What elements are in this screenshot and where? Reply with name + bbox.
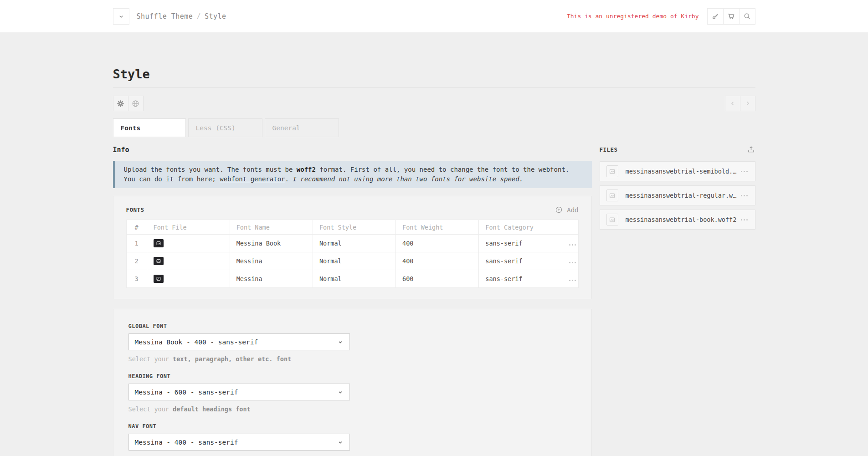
heading-font-field: HEADING FONT Messina - 600 - sans-serif … <box>128 373 350 413</box>
info-text-bold: woff2 <box>297 166 316 173</box>
chevron-left-icon <box>729 100 736 107</box>
row-number: 2 <box>126 252 147 270</box>
fonts-table: # Font File Font Name Font Style Font We… <box>126 220 579 288</box>
font-file-thumbnail[interactable] <box>154 239 164 247</box>
info-text: Upload the fonts you want. The fonts mus… <box>124 166 297 173</box>
nav-font-label: NAV FONT <box>128 423 350 430</box>
file-options-icon[interactable] <box>740 171 749 172</box>
prev-page-button[interactable] <box>725 96 740 111</box>
demo-notice[interactable]: This is an unregistered demo of Kirby <box>567 13 699 20</box>
search-button[interactable] <box>739 8 755 25</box>
file-image-icon <box>606 214 618 225</box>
chevron-down-icon <box>118 13 125 20</box>
file-item[interactable]: messinasanswebtrial-semibold.… <box>600 161 755 181</box>
breadcrumb-separator: / <box>196 12 201 20</box>
breadcrumb-menu-button[interactable] <box>113 8 129 25</box>
global-font-value: Messina Book - 400 - sans-serif <box>135 338 258 346</box>
nav-font-field: NAV FONT Messina - 400 - sans-serif Sele… <box>128 423 350 456</box>
tab-less-css[interactable]: Less (CSS) <box>188 118 262 137</box>
fonts-section: FONTS Add # Font File <box>113 196 592 299</box>
tab-bar: Fonts Less (CSS) General <box>113 118 755 137</box>
col-header-weight: Font Weight <box>396 220 479 235</box>
breadcrumb-parent-link[interactable]: Shuffle Theme <box>137 12 193 20</box>
col-header-name: Font Name <box>230 220 313 235</box>
next-page-button[interactable] <box>740 96 755 111</box>
table-row: 1 Messina Book Normal 400 sans-serif <box>126 235 578 252</box>
breadcrumb-current-link[interactable]: Style <box>205 12 226 20</box>
files-section-label: FILES <box>600 146 618 153</box>
heading-font-select[interactable]: Messina - 600 - sans-serif <box>128 384 350 400</box>
languages-button[interactable] <box>128 96 144 111</box>
font-style-cell: Normal <box>313 235 395 252</box>
row-options-icon[interactable] <box>569 244 577 246</box>
file-options-icon[interactable] <box>740 195 749 196</box>
chevron-right-icon <box>744 100 751 107</box>
add-font-button[interactable]: Add <box>551 206 578 214</box>
tab-fonts[interactable]: Fonts <box>113 118 186 137</box>
font-name-cell: Messina <box>230 270 313 288</box>
webfont-generator-link[interactable]: webfont generator <box>220 175 285 183</box>
global-font-select[interactable]: Messina Book - 400 - sans-serif <box>128 333 350 350</box>
license-key-button[interactable] <box>707 8 724 25</box>
circle-plus-icon <box>555 206 563 214</box>
heading-font-value: Messina - 600 - sans-serif <box>135 389 238 396</box>
tab-general[interactable]: General <box>265 118 339 137</box>
gear-icon <box>116 99 125 108</box>
font-category-cell: sans-serif <box>479 270 562 288</box>
file-item[interactable]: messinasanswebtrial-book.woff2 <box>600 210 755 230</box>
cart-icon <box>727 12 735 20</box>
page-toolbar <box>113 96 755 111</box>
settings-button[interactable] <box>113 96 128 111</box>
files-section: FILES messinasanswebtrial-semibold.… <box>600 144 755 234</box>
top-bar: Shuffle Theme/Style This is an unregiste… <box>0 0 868 32</box>
info-heading: Info <box>113 146 592 154</box>
globe-icon <box>131 99 140 108</box>
file-image-icon <box>606 190 618 201</box>
page-title: Style <box>113 67 755 81</box>
file-name: messinasanswebtrial-regular.w… <box>626 192 740 199</box>
add-font-label: Add <box>567 206 578 214</box>
global-font-label: GLOBAL FONT <box>128 323 350 329</box>
global-font-field: GLOBAL FONT Messina Book - 400 - sans-se… <box>128 323 350 363</box>
row-number: 1 <box>126 235 147 252</box>
file-name: messinasanswebtrial-semibold.… <box>626 168 740 175</box>
font-weight-cell: 400 <box>396 252 479 270</box>
global-font-help: Select your text, paragraph, other etc. … <box>128 355 350 363</box>
file-options-icon[interactable] <box>740 219 749 220</box>
nav-font-select[interactable]: Messina - 400 - sans-serif <box>128 434 350 451</box>
key-icon <box>711 12 719 20</box>
font-style-cell: Normal <box>313 252 395 270</box>
info-text-italic: I recommend not using more than two font… <box>293 175 523 183</box>
font-name-cell: Messina Book <box>230 235 313 252</box>
file-item[interactable]: messinasanswebtrial-regular.w… <box>600 185 755 205</box>
font-category-cell: sans-serif <box>479 235 562 252</box>
font-style-cell: Normal <box>313 270 395 288</box>
row-options-icon[interactable] <box>569 280 577 281</box>
font-file-thumbnail[interactable] <box>154 275 164 283</box>
table-row: 2 Messina Normal 400 sans-serif <box>126 252 578 270</box>
fonts-section-label: FONTS <box>126 206 144 213</box>
search-icon <box>743 12 751 20</box>
col-header-num: # <box>126 220 147 235</box>
font-category-cell: sans-serif <box>479 252 562 270</box>
upload-icon <box>747 145 755 154</box>
font-name-cell: Messina <box>230 252 313 270</box>
file-name: messinasanswebtrial-book.woff2 <box>626 216 740 223</box>
col-header-style: Font Style <box>313 220 395 235</box>
file-image-icon <box>606 165 618 177</box>
upload-file-button[interactable] <box>747 145 755 154</box>
breadcrumb: Shuffle Theme/Style <box>137 12 226 20</box>
font-file-thumbnail[interactable] <box>154 257 164 265</box>
heading-font-help: Select your default headings font <box>128 405 350 413</box>
font-weight-cell: 600 <box>396 270 479 288</box>
divider <box>113 87 755 88</box>
font-settings-section: GLOBAL FONT Messina Book - 400 - sans-se… <box>113 309 592 456</box>
nav-font-value: Messina - 400 - sans-serif <box>135 439 238 446</box>
font-weight-cell: 400 <box>396 235 479 252</box>
table-row: 3 Messina Normal 600 sans-serif <box>126 270 578 288</box>
row-options-icon[interactable] <box>569 262 577 263</box>
shop-button[interactable] <box>723 8 740 25</box>
col-header-file: Font File <box>147 220 230 235</box>
col-header-actions <box>562 220 578 235</box>
heading-font-label: HEADING FONT <box>128 373 350 379</box>
